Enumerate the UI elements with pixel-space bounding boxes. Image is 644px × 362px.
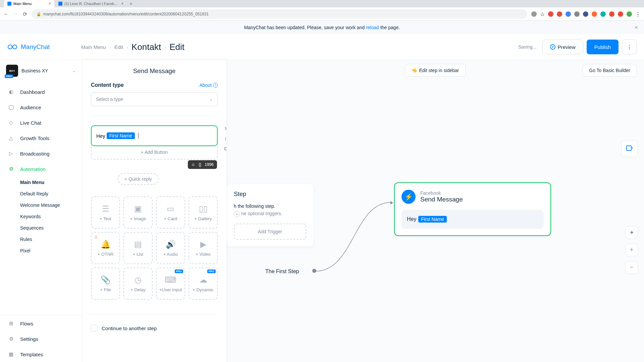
ext-icon[interactable] xyxy=(600,11,606,17)
send-message-card[interactable]: ⚡ Facebook Send Message Hey First Name xyxy=(394,182,551,236)
zoom-in-button[interactable]: + xyxy=(625,244,638,256)
select-placeholder: Select a type xyxy=(96,97,123,102)
logo-icon xyxy=(7,42,17,52)
content-type-select[interactable]: Select a type ⌄ xyxy=(91,92,218,106)
move-icon[interactable]: ↕ xyxy=(224,136,226,142)
reload-link[interactable]: reload xyxy=(366,25,379,30)
ext-icon[interactable] xyxy=(618,11,623,17)
back-icon[interactable]: ← xyxy=(3,11,9,17)
add-button[interactable]: + Add Button ☺ {} 1996 xyxy=(91,145,218,160)
nav-settings[interactable]: ⚙Settings xyxy=(0,331,82,347)
messenger-icon: ⚡ xyxy=(401,190,416,204)
publish-button[interactable]: Publish xyxy=(587,40,619,54)
edit-step-sidebar-button[interactable]: 👈 Edit step in sidebar xyxy=(405,64,465,77)
tile-file[interactable]: 📎+ File xyxy=(91,267,120,300)
menu-icon[interactable]: ⋮ xyxy=(635,11,641,17)
star-icon[interactable]: ☆ xyxy=(540,11,545,17)
subnav-welcome-message[interactable]: Welcome Message xyxy=(20,199,82,211)
add-trigger-button[interactable]: Add Trigger xyxy=(234,224,306,240)
subnav-main-menu[interactable]: Main Menu xyxy=(20,177,82,188)
forward-icon[interactable]: → xyxy=(13,11,18,17)
preview-button[interactable]: Preview xyxy=(542,40,583,54)
emoji-icon[interactable]: ☺ xyxy=(191,162,195,167)
close-icon[interactable]: × xyxy=(634,24,638,31)
template-icon: ▦ xyxy=(7,351,15,358)
arrow-icon xyxy=(390,201,393,204)
bc-item[interactable]: Main Menu xyxy=(81,44,106,50)
close-icon[interactable]: ✕ xyxy=(224,125,226,132)
bc-item[interactable]: Edit xyxy=(114,44,123,50)
about-link[interactable]: About? xyxy=(199,82,218,88)
message-input[interactable]: Hey First Name xyxy=(92,126,217,145)
add-step-button[interactable] xyxy=(621,140,638,157)
gear-icon: ⚙ xyxy=(7,165,15,173)
message-text: Hey xyxy=(96,133,105,139)
nav-audience[interactable]: ◯Audience xyxy=(0,100,82,115)
browser-tab-active[interactable]: Main Menu × xyxy=(4,0,54,7)
nav-flows[interactable]: ⊞Flows xyxy=(0,316,82,331)
warning-icon: ⚠ xyxy=(94,235,98,239)
tile-gallery[interactable]: ▯▯+ Gallery xyxy=(189,196,218,229)
connection-line xyxy=(314,187,397,275)
reload-icon[interactable]: ⟳ xyxy=(22,11,28,17)
tile-dynamic[interactable]: PRO☁+ Dynamic xyxy=(189,267,218,300)
nav-dashboard[interactable]: ◐Dashboard xyxy=(0,84,82,100)
subnav-rules[interactable]: Rules xyxy=(20,234,82,245)
variable-chip[interactable]: First Name xyxy=(107,132,135,139)
go-basic-builder-button[interactable]: Go To Basic Builder xyxy=(583,64,637,77)
connection-dot[interactable] xyxy=(312,269,316,273)
step-title: Step xyxy=(234,191,306,198)
continue-label: Continue to another step xyxy=(102,325,157,331)
ext-icon[interactable] xyxy=(566,11,571,17)
subnav-keywords[interactable]: Keywords xyxy=(20,211,82,222)
ext-icon[interactable] xyxy=(574,11,580,17)
starting-step-card[interactable]: Step h the following step. ×ne optional … xyxy=(226,184,314,246)
tile-video[interactable]: ▶+ Video xyxy=(189,232,218,264)
flow-canvas[interactable]: 👈 Edit step in sidebar Go To Basic Build… xyxy=(226,60,644,362)
tile-audio[interactable]: 🔊+ Audio xyxy=(156,232,185,264)
update-notice: ManyChat has been updated. Please, save … xyxy=(0,21,644,34)
message-preview: Hey First Name xyxy=(401,210,544,229)
new-tab-button[interactable]: + xyxy=(128,1,135,6)
layers-plus-icon xyxy=(625,144,634,153)
close-icon[interactable]: × xyxy=(121,1,124,6)
subnav-default-reply[interactable]: Default Reply xyxy=(20,188,82,199)
close-icon[interactable]: × xyxy=(49,1,51,6)
ext-icon[interactable] xyxy=(609,11,614,17)
nav-growth-tools[interactable]: △Growth Tools xyxy=(0,130,82,146)
ext-icon[interactable] xyxy=(583,11,588,17)
zoom-out-button[interactable]: − xyxy=(625,261,638,274)
tile-text[interactable]: ☰+ Text xyxy=(91,196,120,229)
nav-automation[interactable]: ⚙Automation xyxy=(0,161,82,177)
bc-item-current[interactable]: Kontakt xyxy=(131,42,161,52)
brand-logo[interactable]: ManyChat xyxy=(7,42,81,52)
add-quick-reply[interactable]: + Quick reply xyxy=(118,173,159,185)
tile-list[interactable]: ▤+ List xyxy=(123,232,153,264)
nav-templates[interactable]: ▦Templates xyxy=(0,347,82,362)
help-icon: ? xyxy=(213,83,218,87)
url-field[interactable]: 🔒 manychat.com/fb181039443240309/automat… xyxy=(32,9,527,19)
tile-otnr[interactable]: ⚠🔔+ OTNR xyxy=(91,232,120,264)
tile-user-input[interactable]: PRO⌨+User Input xyxy=(156,267,185,300)
magic-button[interactable]: ✦ xyxy=(625,226,638,239)
nav-broadcasting[interactable]: ▷Broadcasting xyxy=(0,146,82,161)
svg-point-0 xyxy=(8,45,12,49)
ext-icon[interactable] xyxy=(592,11,597,17)
subnav-sequences[interactable]: Sequences xyxy=(20,222,82,234)
ext-icon[interactable] xyxy=(531,11,537,17)
ext-icon[interactable] xyxy=(548,11,553,17)
avatar-icon[interactable] xyxy=(627,11,632,17)
subnav-pixel[interactable]: Pixel xyxy=(20,245,82,256)
more-menu-button[interactable]: ⋮ xyxy=(622,40,637,54)
workspace-selector[interactable]: BXYPRO Business XY ⌄ xyxy=(0,60,82,81)
tile-card[interactable]: ▭+ Card xyxy=(156,196,185,229)
tile-delay[interactable]: ◷+ Delay xyxy=(123,267,153,300)
copy-icon[interactable]: ⧉ xyxy=(224,146,226,152)
browser-tab-inactive[interactable]: (1) Leon R. Chaudhari | Faceb... × xyxy=(55,0,127,7)
continue-checkbox[interactable] xyxy=(91,325,98,331)
variable-chip: First Name xyxy=(418,216,446,223)
nav-live-chat[interactable]: ◇Live Chat xyxy=(0,115,82,130)
tile-image[interactable]: ▣+ Image xyxy=(123,196,153,229)
variable-icon[interactable]: {} xyxy=(199,162,201,167)
ext-icon[interactable] xyxy=(557,11,562,17)
